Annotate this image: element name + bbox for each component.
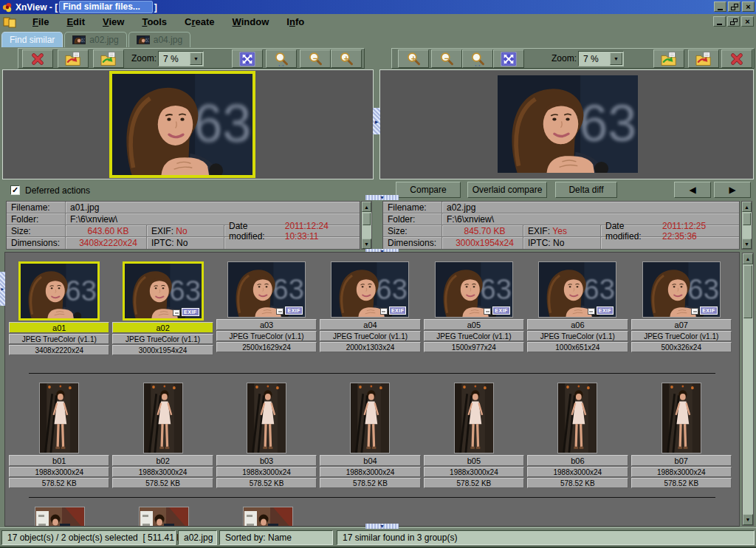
thumbnail-a01[interactable]: a01 JPEG TrueColor (v1.1) 3408x2220x24 [9,261,109,355]
open-file-left-alt-button[interactable] [93,49,124,68]
compare-button[interactable]: Compare [396,182,461,198]
close-right-view-button[interactable] [721,49,752,68]
thumbnail-image[interactable] [662,383,701,453]
zoom-actual-right-button[interactable]: 1:1 [462,49,493,68]
thumbnail-filesize: 578.52 KB [320,478,420,488]
horizontal-splitter-handle[interactable]: ▼ [365,524,399,529]
scroll-down-icon[interactable]: ▼ [362,239,371,249]
scroll-up-icon[interactable]: ▲ [362,202,371,212]
scroll-up-icon[interactable]: ▲ [742,202,752,212]
zoom-select-right[interactable]: 7 % ▼ [578,51,624,66]
minimize-button[interactable] [714,1,726,12]
menu-item-view[interactable]: View [94,16,133,27]
thumbnail-scrollbar[interactable]: ▲ ▼ [742,253,754,526]
horizontal-splitter-handle[interactable]: ▼ [365,195,399,200]
thumbnail-image[interactable] [454,383,494,453]
menu-item-info[interactable]: Info [278,16,313,27]
menu-item-file[interactable]: File [24,16,58,27]
tab-a02[interactable]: a02.jpg [64,32,126,47]
zoom-out-left-button[interactable]: − [300,49,331,68]
previous-pair-button[interactable]: ◀ [674,182,711,198]
restore-button[interactable] [728,1,740,12]
menu-item-edit[interactable]: Edit [58,16,94,27]
thumbnail-image[interactable]: EXIF [642,261,721,318]
fit-to-window-left-button[interactable] [232,49,263,68]
zoom-in-left-button[interactable]: + [331,49,362,68]
mdi-close-button[interactable]: × [741,16,754,27]
zoom-actual-left-button[interactable]: 1:1 [266,49,297,68]
thumbnail-name: b03 [216,455,317,466]
thumbnail-b06[interactable]: b06 1988x3000x24 578.52 KB [527,383,628,488]
menu-item-create[interactable]: Create [176,16,223,27]
open-file-left-button[interactable] [58,49,89,68]
thumbnail-image[interactable] [243,507,293,527]
thumbnail-b01[interactable]: b01 1988x3000x24 578.52 KB [9,383,109,488]
thumbnail-image[interactable] [39,383,79,453]
scroll-down-icon[interactable]: ▼ [743,514,753,525]
menu-item-tools[interactable]: Tools [133,16,176,27]
thumbnail-image[interactable] [143,383,183,453]
mdi-restore-button[interactable] [727,16,740,27]
thumbnail-image[interactable] [35,507,85,527]
delta-diff-button[interactable]: Delta diff [555,182,617,198]
info-right-scrollbar[interactable]: ▲ ▼ [741,201,752,250]
zoom-select-left[interactable]: 7 % ▼ [158,51,204,66]
next-pair-button[interactable]: ▶ [714,182,751,198]
zoom-out-right-button[interactable]: − [431,49,462,68]
preview-image-left[interactable] [109,71,255,178]
thumbnail-image[interactable]: EXIF [227,261,306,318]
filename-value: a02.jpg [442,202,739,213]
thumbnail-a02[interactable]: EXIF a02 JPEG TrueColor (v1.1) 3000x1954… [112,261,213,355]
scroll-up-icon[interactable]: ▲ [743,253,753,264]
thumbnail-image[interactable]: EXIF [435,261,513,318]
overlaid-compare-button[interactable]: Overlaid compare [467,182,547,198]
open-file-right-alt-button[interactable] [653,49,684,68]
fit-to-window-right-button[interactable] [493,49,524,68]
thumbnail-b02[interactable]: b02 1988x3000x24 578.52 KB [112,383,213,488]
thumbnail[interactable] [113,507,214,527]
scrollbar-thumb[interactable] [743,265,752,318]
info-left-scrollbar[interactable]: ▲ ▼ [361,201,372,250]
chevron-down-icon[interactable]: ▼ [610,52,622,65]
close-left-view-button[interactable] [22,49,53,68]
open-file-right-button[interactable] [688,49,719,68]
menu-item-window[interactable]: Window [224,16,278,27]
thumbnail[interactable] [9,507,110,527]
thumbnail[interactable] [217,507,318,527]
tab-find-similar[interactable]: Find similar [1,32,63,47]
scrollbar-thumb[interactable] [362,213,371,225]
thumbnail-image[interactable]: EXIF [538,261,616,318]
scrollbar-thumb[interactable] [743,213,751,225]
thumbnail-b03[interactable]: b03 1988x3000x24 578.52 KB [216,383,317,488]
thumbnail-image[interactable] [557,383,597,453]
thumbnail-a03[interactable]: EXIF a03 JPEG TrueColor (v1.1) 2500x1629… [216,261,317,355]
tab-a04[interactable]: a04.jpg [128,32,190,47]
scroll-down-icon[interactable]: ▼ [742,239,752,249]
thumbnail-image[interactable] [18,261,100,321]
thumbnail-filesize: 578.52 KB [631,478,732,488]
chevron-down-icon[interactable]: ▼ [190,52,202,65]
zoom-label-left: Zoom: [131,53,157,64]
thumbnail-a06[interactable]: EXIF a06 JPEG TrueColor (v1.1) 1000x651x… [527,261,628,355]
thumbnail-image[interactable] [350,383,390,453]
exif-badge: EXIF [700,306,718,315]
thumbnail-image[interactable] [247,383,286,453]
thumbnail-b04[interactable]: b04 1988x3000x24 578.52 KB [320,383,420,488]
close-button[interactable]: × [742,1,755,12]
browser-icon[interactable] [3,16,18,28]
vertical-splitter-handle[interactable]: ▶ [373,108,380,134]
left-splitter-handle[interactable]: ▶ [0,272,5,306]
thumbnail-image[interactable]: EXIF [331,261,409,318]
thumbnail-b07[interactable]: b07 1988x3000x24 578.52 KB [631,383,732,488]
zoom-in-right-button[interactable]: + [398,49,429,68]
prev-icon: ◀ [689,185,695,195]
deferred-actions-checkbox[interactable]: ✓ [10,185,20,195]
preview-image-right[interactable] [498,75,638,173]
thumbnail-image[interactable]: EXIF [123,261,204,321]
thumbnail-image[interactable] [139,507,189,527]
thumbnail-a07[interactable]: EXIF a07 JPEG TrueColor (v1.1) 500x326x2… [631,261,732,355]
thumbnail-a05[interactable]: EXIF a05 JPEG TrueColor (v1.1) 1500x977x… [424,261,524,355]
thumbnail-a04[interactable]: EXIF a04 JPEG TrueColor (v1.1) 2000x1303… [320,261,420,355]
thumbnail-b05[interactable]: b05 1988x3000x24 578.52 KB [424,383,524,488]
mdi-minimize-button[interactable] [713,16,726,27]
